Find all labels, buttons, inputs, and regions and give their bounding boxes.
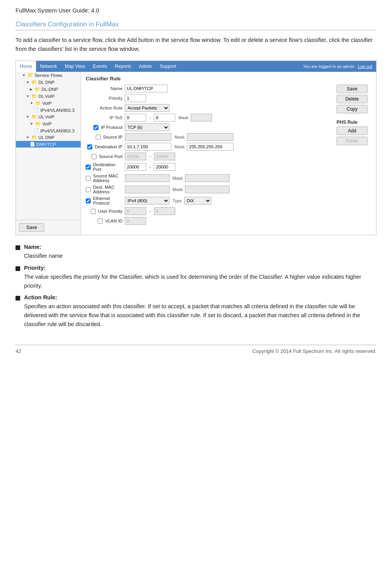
sidebar-item-service-flows[interactable]: ▼ 📁 Service Flows [16, 72, 81, 79]
ip-tos-input1[interactable] [125, 114, 146, 122]
arrow-icon: ▼ [30, 101, 33, 105]
user-priority-input2[interactable] [154, 207, 175, 215]
nav-item-reports[interactable]: Reports [111, 61, 135, 72]
source-port-input1[interactable] [125, 153, 146, 160]
nav-item-network[interactable]: Network [36, 61, 61, 72]
dash-separator: - [149, 115, 151, 120]
source-ip-input[interactable] [125, 133, 171, 141]
sidebar-item-dl-voip[interactable]: ▼ 📁 DL VoIP [16, 93, 81, 100]
eth-protocol-label: Ethernet Protocol [93, 196, 123, 205]
action-rule-label: Action Rule [86, 106, 123, 110]
dest-ip-checkbox[interactable] [87, 144, 92, 149]
source-ip-mask-input[interactable] [187, 133, 233, 141]
name-label: Name [86, 86, 123, 91]
priority-input[interactable] [125, 94, 146, 102]
ip-protocol-checkbox[interactable] [93, 125, 98, 130]
phs-paste-button[interactable]: Paste [337, 137, 368, 145]
name-input[interactable] [125, 85, 168, 92]
dest-mac-label: Dest. MAC Address [93, 185, 123, 194]
footer-copyright: Copyright © 2014 Full Spectrum Inc. All … [252, 348, 376, 354]
folder-icon: 📁 [31, 135, 37, 140]
action-rule-select[interactable]: Accept Packets Discard Packets [125, 104, 169, 112]
dest-mac-mask-input[interactable] [185, 186, 230, 193]
arrow-icon: ▼ [26, 135, 29, 139]
eth-protocol-select[interactable]: IPv4 (800) IPv6 [125, 197, 169, 205]
dest-mac-input[interactable] [125, 186, 169, 193]
dest-ip-input[interactable] [125, 143, 171, 151]
logout-link[interactable]: Log out [358, 64, 372, 69]
ip-tos-input2[interactable] [154, 114, 175, 122]
phs-add-button[interactable]: Add [337, 127, 368, 135]
nav-item-home[interactable]: Home [16, 61, 36, 72]
sidebar-label: IPv4/VLAN/802.3 [40, 108, 74, 113]
folder-icon: 📁 [35, 87, 40, 92]
nav-item-support[interactable]: Support [156, 61, 180, 72]
sidebar-label: UL VoIP [38, 115, 55, 119]
source-port-input2[interactable] [154, 153, 175, 160]
priority-label: Priority [86, 96, 123, 101]
source-mac-label: Source MAC Address [93, 174, 123, 183]
sidebar-item-voip-dl[interactable]: ▼ 📁 VoIP [16, 100, 81, 107]
sidebar-item-ipv4-vlan-ul[interactable]: 📄 IPv4/VLAN/802.3 [16, 127, 81, 134]
source-ip-checkbox[interactable] [96, 135, 101, 140]
dash-sep: - [149, 154, 151, 159]
save-button[interactable]: Save [337, 85, 368, 93]
file-icon: 📄 [34, 128, 39, 133]
arrow-icon: ▼ [26, 94, 29, 98]
arrow-icon: ▼ [22, 73, 26, 77]
source-port-checkbox[interactable] [92, 154, 97, 159]
ip-tos-label: IP ToS [86, 115, 123, 120]
sidebar-save-button[interactable]: Save [19, 223, 44, 232]
eth-protocol-checkbox[interactable] [86, 198, 91, 203]
dash-sep3: - [149, 208, 151, 214]
nav-item-mapview[interactable]: Map View [61, 61, 89, 72]
arrow-icon: ▼ [26, 115, 29, 119]
bullet-term-action-rule: Action Rule: [24, 294, 376, 300]
vlan-id-checkbox[interactable] [98, 219, 103, 224]
folder-icon: 📁 [31, 80, 37, 85]
eth-type-select[interactable]: DIX 802.3 [184, 197, 211, 205]
sidebar-item-dl-dnp-child[interactable]: ▶ 📁 DL-DNP [16, 86, 81, 93]
dest-ip-mask-input[interactable] [187, 143, 233, 151]
sidebar-item-dnp-tcp[interactable]: 📄 DNP/TCP [16, 141, 81, 148]
file-icon: 📄 [30, 142, 35, 147]
sidebar-item-dl-dnp[interactable]: ▼ 📁 DL DNP [16, 79, 81, 86]
dest-mac-checkbox[interactable] [86, 187, 91, 192]
dest-port-input1[interactable] [125, 163, 146, 171]
arrow-icon: ▶ [30, 87, 33, 91]
user-priority-label: User Priority [98, 209, 123, 214]
nav-login-text: You are logged in as admin . Log out [303, 64, 376, 69]
sidebar-item-voip-ul[interactable]: ▼ 📁 VoIP [16, 120, 81, 127]
classifier-panel: Classifier Rule Name Priority [81, 72, 376, 235]
sidebar-item-ipv4-vlan-dl[interactable]: 📄 IPv4/VLAN/802.3 [16, 107, 81, 113]
dest-port-checkbox[interactable] [86, 165, 91, 170]
dest-port-input2[interactable] [154, 163, 175, 171]
delete-button[interactable]: Delete [337, 95, 368, 103]
ip-tos-mask-input[interactable] [191, 114, 212, 122]
bullet-term-name: Name: [24, 244, 376, 250]
copy-button[interactable]: Copy [337, 105, 368, 113]
sidebar-item-ul-voip[interactable]: ▼ 📁 UL VoIP [16, 113, 81, 120]
user-priority-input1[interactable] [125, 207, 146, 215]
dest-ip-label: Destination IP [95, 144, 123, 149]
phs-title: PHS Rule [337, 120, 371, 125]
nav-item-events[interactable]: Events [89, 61, 111, 72]
nav-item-admin[interactable]: Admin [135, 61, 156, 72]
folder-icon: 📁 [28, 73, 33, 78]
dash-sep2: - [149, 164, 151, 170]
source-mac-input[interactable] [125, 174, 169, 182]
source-mac-checkbox[interactable] [86, 176, 91, 181]
bullet-desc-name: Classifier name [24, 252, 376, 260]
sidebar-item-ul-dnp[interactable]: ▼ 📁 UL DNP [16, 134, 81, 141]
sidebar-label: DL DNP [38, 80, 55, 85]
ip-protocol-select[interactable]: TCP (6) UDP (17) ICMP (1) [125, 123, 169, 131]
vlan-id-input[interactable] [125, 217, 146, 225]
user-priority-checkbox[interactable] [91, 209, 96, 214]
arrow-icon: ▼ [30, 122, 33, 126]
nav-bar: Home Network Map View Events Reports Adm… [16, 61, 376, 72]
source-ip-label: Source IP [103, 135, 123, 139]
source-mac-mask-input[interactable] [185, 174, 230, 182]
bullet-item-name: Name: Classifier name [16, 244, 376, 260]
bullet-square-action-rule [16, 296, 20, 300]
bullet-square-name [16, 245, 20, 250]
